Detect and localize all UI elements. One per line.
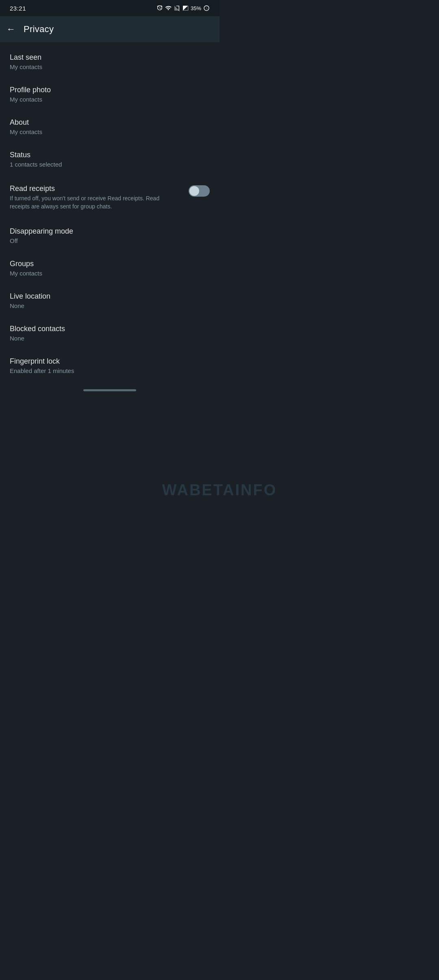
- settings-item-blocked-contacts[interactable]: Blocked contacts None: [0, 317, 220, 349]
- last-seen-value: My contacts: [10, 63, 210, 70]
- settings-item-disappearing-mode[interactable]: Disappearing mode Off: [0, 219, 220, 252]
- settings-item-live-location[interactable]: Live location None: [0, 284, 220, 317]
- read-receipts-label: Read receipts: [10, 184, 184, 193]
- back-button[interactable]: ←: [7, 24, 15, 35]
- top-bar: ← Privacy: [0, 16, 220, 42]
- disappearing-mode-label: Disappearing mode: [10, 227, 210, 236]
- status-label: Status: [10, 151, 210, 159]
- battery-text: 35%: [191, 5, 201, 11]
- settings-item-last-seen[interactable]: Last seen My contacts: [0, 46, 220, 78]
- alarm-icon: [156, 5, 163, 11]
- profile-photo-value: My contacts: [10, 96, 210, 103]
- fingerprint-lock-label: Fingerprint lock: [10, 357, 210, 366]
- settings-list: Last seen My contacts Profile photo My c…: [0, 42, 220, 385]
- last-seen-label: Last seen: [10, 53, 210, 62]
- settings-item-groups[interactable]: Groups My contacts: [0, 252, 220, 284]
- disappearing-mode-value: Off: [10, 237, 210, 244]
- status-bar: 23:21 35%: [0, 0, 220, 16]
- settings-item-read-receipts[interactable]: Read receipts If turned off, you won't s…: [0, 176, 220, 219]
- watermark: WABETAINFO: [162, 481, 220, 490]
- home-bar: [83, 389, 136, 391]
- live-location-value: None: [10, 302, 210, 309]
- home-indicator: [0, 385, 220, 397]
- status-time: 23:21: [10, 5, 26, 12]
- groups-label: Groups: [10, 260, 210, 268]
- read-receipts-toggle[interactable]: [189, 185, 210, 197]
- profile-photo-label: Profile photo: [10, 86, 210, 94]
- signal-icon-2: [182, 5, 189, 11]
- settings-item-profile-photo[interactable]: Profile photo My contacts: [0, 78, 220, 111]
- blocked-contacts-label: Blocked contacts: [10, 325, 210, 333]
- status-icons: 35%: [156, 5, 210, 11]
- live-location-label: Live location: [10, 292, 210, 301]
- about-value: My contacts: [10, 128, 210, 135]
- fingerprint-lock-value: Enabled after 1 minutes: [10, 367, 210, 374]
- battery-icon: [203, 5, 210, 11]
- status-value: 1 contacts selected: [10, 161, 210, 168]
- read-receipts-description: If turned off, you won't send or receive…: [10, 195, 172, 210]
- about-label: About: [10, 118, 210, 127]
- settings-item-about[interactable]: About My contacts: [0, 111, 220, 143]
- settings-item-status[interactable]: Status 1 contacts selected: [0, 143, 220, 176]
- page-title: Privacy: [24, 24, 54, 35]
- wifi-icon: [165, 5, 172, 11]
- signal-icon-1: [174, 5, 180, 11]
- settings-item-fingerprint-lock[interactable]: Fingerprint lock Enabled after 1 minutes: [0, 349, 220, 382]
- groups-value: My contacts: [10, 270, 210, 277]
- blocked-contacts-value: None: [10, 335, 210, 342]
